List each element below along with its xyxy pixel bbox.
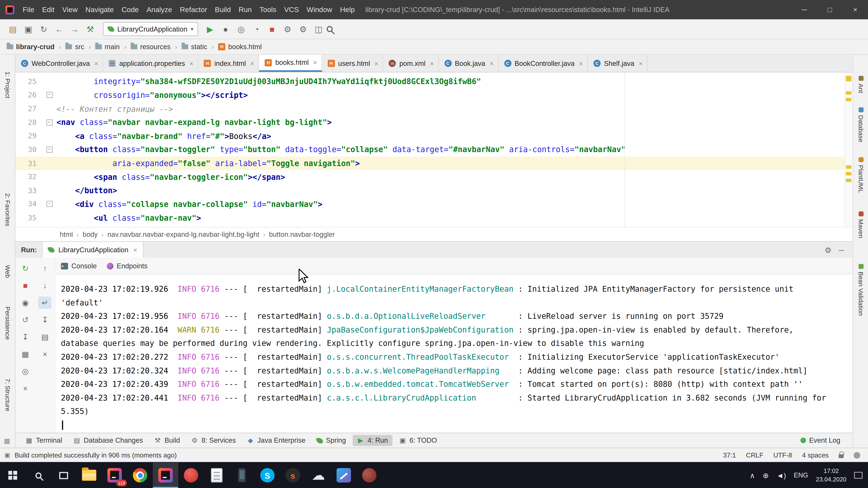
coverage-icon[interactable]: ◎ [234, 22, 248, 36]
settings-icon[interactable]: ⚙ [296, 22, 310, 36]
taskbar-clock[interactable]: 17:02 23.04.2020 [816, 467, 846, 484]
tool-stripe-1-project[interactable]: 1: Project [0, 71, 16, 98]
tool-stripe-persistence[interactable]: Persistence [0, 306, 16, 340]
code-line[interactable]: 28<nav class="navbar navbar-expand-lg na… [16, 116, 852, 129]
toolwindow-build[interactable]: ⚒Build [150, 435, 184, 446]
screenshot-icon[interactable]: ◉ [19, 296, 32, 308]
explorer-taskbar-icon[interactable] [76, 463, 102, 488]
code-line[interactable]: 25 integrity="sha384-wfSDF2E50Y2D1uUdj00… [16, 75, 852, 88]
back-icon[interactable]: ← [52, 22, 66, 36]
notes-taskbar-icon[interactable] [204, 463, 229, 488]
menu-navigate[interactable]: Navigate [82, 0, 118, 19]
code-line[interactable]: 35 <ul class="navbar-nav"> [16, 211, 852, 225]
breadcrumb-item[interactable]: library-crud [5, 43, 56, 51]
menu-vcs[interactable]: VCS [280, 0, 303, 19]
toolwindow-6-todo[interactable]: ▣6: TODO [395, 435, 441, 446]
toolwindow-spring[interactable]: Spring [312, 435, 350, 446]
dark-red-app-taskbar-icon[interactable] [356, 463, 382, 488]
breadcrumb-item[interactable]: main [94, 43, 121, 51]
tool-stripe-7-structure[interactable]: 7: Structure [0, 379, 16, 411]
inspections-icon[interactable] [854, 452, 860, 458]
run-config-selector[interactable]: LibraryCrudApplication ▾ [103, 22, 198, 36]
code-editor[interactable]: 25 integrity="sha384-wfSDF2E50Y2D1uUdj00… [16, 72, 852, 227]
tab-webcontroller-java[interactable]: CWebController.java× [16, 55, 103, 72]
tool-stripe-maven[interactable]: Maven [853, 212, 868, 238]
phone-taskbar-icon[interactable] [229, 463, 254, 488]
fold-marker[interactable] [43, 201, 55, 207]
toolwindow-4-run[interactable]: ▶4: Run [352, 435, 393, 446]
close-tab-icon[interactable]: × [430, 60, 434, 67]
scroll-end-icon[interactable]: ↧ [38, 314, 52, 326]
menu-help[interactable]: Help [336, 0, 359, 19]
language-indicator[interactable]: ENG [794, 471, 808, 479]
toolwindow-quickaccess-icon[interactable]: ▣ [4, 452, 10, 459]
toolwindow-event-log[interactable]: Event Log [796, 435, 845, 446]
lock-icon[interactable] [839, 454, 844, 458]
taskbar-search-button[interactable] [25, 463, 51, 488]
code-line[interactable]: 31 aria-expanded="false" aria-label="Tog… [16, 157, 852, 170]
tab-books-html[interactable]: Hbooks.html× [259, 55, 322, 72]
tool-stripe-plantuml[interactable]: PlantUML [853, 157, 868, 193]
minimize-icon[interactable]: ─ [792, 0, 817, 19]
fold-marker[interactable] [43, 92, 55, 98]
toolwindow-terminal[interactable]: ▦Terminal [21, 435, 66, 446]
skype-taskbar-icon[interactable]: S [255, 463, 280, 488]
trash-icon[interactable]: × [19, 382, 32, 394]
editor-scrollbar[interactable] [845, 72, 852, 227]
network-icon[interactable]: ⊕ [763, 471, 769, 479]
hide-panel-icon[interactable]: ─ [835, 243, 848, 257]
tab-shelf-java[interactable]: CShelf.java× [588, 55, 648, 72]
cloud-taskbar-icon[interactable]: ☁ [306, 463, 331, 488]
run-icon[interactable]: ▶ [203, 22, 217, 36]
layout-grid-icon[interactable]: ▦ [19, 348, 32, 360]
restart-spring-icon[interactable]: ↺ [19, 314, 32, 326]
close-tab-icon[interactable]: × [189, 60, 193, 67]
layout-icon[interactable]: ◫ [311, 22, 326, 36]
clear-icon[interactable]: × [38, 348, 52, 360]
breadcrumb-item[interactable]: src [64, 43, 85, 51]
code-line[interactable]: 32 <span class="navbar-toggler-icon"></s… [16, 170, 852, 184]
menu-edit[interactable]: Edit [38, 0, 58, 19]
chrome-taskbar-icon[interactable] [127, 463, 153, 488]
export-icon[interactable]: ↧ [19, 331, 32, 343]
stop-icon[interactable]: ■ [265, 22, 279, 36]
volume-icon[interactable]: ◄) [776, 471, 786, 479]
menu-build[interactable]: Build [211, 0, 235, 19]
start-button[interactable] [0, 463, 25, 488]
s-app-taskbar-icon[interactable]: s [280, 463, 306, 488]
close-tab-icon[interactable]: × [490, 60, 494, 67]
wrench-icon[interactable]: ⚙ [280, 22, 295, 36]
down-icon[interactable]: ↓ [38, 280, 52, 291]
tab-bookcontroller-java[interactable]: CBookController.java× [498, 55, 588, 72]
code-line[interactable]: 29 <a class="navbar-brand" href="#">Book… [16, 129, 852, 143]
close-tab-icon[interactable]: × [579, 60, 583, 67]
paint-taskbar-icon[interactable] [331, 463, 356, 488]
tool-stripe-bean-validation[interactable]: Bean Validation [853, 264, 868, 316]
stop-icon[interactable]: ■ [19, 280, 32, 291]
tab-book-java[interactable]: CBook.java× [439, 55, 499, 72]
menu-analyze[interactable]: Analyze [143, 0, 176, 19]
save-icon[interactable]: ▣ [21, 22, 35, 36]
editor-breadcrumb-item[interactable]: body [83, 230, 98, 238]
code-line[interactable]: 33 </button> [16, 184, 852, 197]
caret-position[interactable]: 37:1 [723, 451, 736, 459]
code-line[interactable]: 30 <button class="navbar-toggler" type="… [16, 143, 852, 156]
soft-wrap-icon[interactable]: ↵ [38, 296, 52, 308]
forward-icon[interactable]: → [68, 22, 82, 36]
console-output[interactable]: 2020-04-23 17:02:19.926 INFO 6716 --- [ … [55, 274, 852, 433]
code-line[interactable]: 27<!-- Контент страницы --> [16, 102, 852, 116]
fold-marker[interactable] [43, 119, 55, 125]
close-tab-icon[interactable]: × [133, 246, 137, 254]
idea-notifications-taskbar-icon[interactable]: 119 [102, 463, 127, 488]
sync-icon[interactable]: ↻ [36, 22, 51, 36]
tool-stripe-web[interactable]: Web [0, 265, 16, 278]
toolwindow-8-services[interactable]: ⚙8: Services [187, 435, 240, 446]
up-icon[interactable]: ↑ [38, 262, 52, 274]
close-tab-icon[interactable]: × [313, 59, 317, 66]
editor-breadcrumb-item[interactable]: button.navbar-toggler [269, 230, 335, 238]
run-tab[interactable]: LibraryCrudApplication × [42, 241, 144, 258]
close-tab-icon[interactable]: × [94, 60, 98, 67]
tool-stripe-ant[interactable]: Ant [853, 76, 868, 93]
fold-marker[interactable] [43, 147, 55, 153]
tab-pom-xml[interactable]: mpom.xml× [383, 55, 439, 72]
